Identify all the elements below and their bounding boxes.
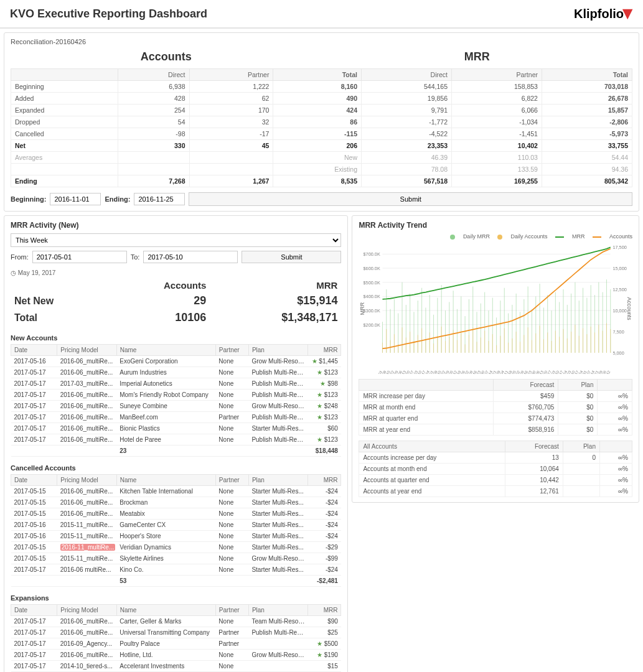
svg-text:10,000: 10,000: [613, 308, 627, 314]
from-input[interactable]: [32, 251, 127, 263]
ending-input[interactable]: [134, 193, 185, 205]
activity-title: MRR Activity (New): [11, 221, 341, 230]
svg-text:$700.0K: $700.0K: [364, 251, 381, 257]
summary-table: AccountsMRRNet New29$15,914Total10106$1,…: [11, 278, 341, 327]
activity-submit-button[interactable]: Submit: [242, 251, 341, 263]
reconciliation-table: DirectPartnerTotalDirectPartnerTotalBegi…: [11, 68, 632, 187]
svg-text:7,500: 7,500: [613, 329, 624, 335]
as-of-date: May 19, 2017: [11, 269, 341, 276]
brand-logo: Klipfolio▶: [574, 6, 633, 21]
cancelled-accounts-heading: Cancelled Accounts: [11, 464, 341, 472]
new-accounts-heading: New Accounts: [11, 334, 341, 342]
expansions-table: DatePricing ModelNamePartnerPlanMRR2017-…: [11, 604, 341, 672]
svg-text:$300.0K: $300.0K: [364, 308, 381, 314]
svg-text:Accounts: Accounts: [627, 297, 632, 320]
beginning-input[interactable]: [50, 193, 101, 205]
svg-text:$500.0K: $500.0K: [364, 279, 381, 285]
to-input[interactable]: [143, 251, 238, 263]
trend-chart: $200.0K$300.0K$400.0K$500.0K$600.0K$700.…: [359, 243, 632, 374]
top-bar: KVO Executive Reporting Dashboard Klipfo…: [0, 0, 643, 29]
beginning-label: Beginning:: [11, 195, 46, 203]
svg-text:5,000: 5,000: [613, 350, 624, 356]
svg-text:$200.0K: $200.0K: [364, 322, 381, 327]
accounts-heading: Accounts: [11, 48, 322, 68]
new-accounts-table: DatePricing ModelNamePartnerPlanMRR2017-…: [11, 344, 341, 457]
svg-text:MRR: MRR: [360, 302, 366, 315]
mrr-heading: MRR: [322, 48, 633, 68]
mrr-activity-panel: MRR Activity (New) This Week From: To: S…: [4, 215, 348, 672]
trend-panel: MRR Activity Trend Daily MRR Daily Accou…: [352, 215, 639, 503]
chart-legend: Daily MRR Daily Accounts MRR Accounts: [359, 233, 632, 240]
svg-text:12,500: 12,500: [613, 287, 627, 292]
to-label: To:: [131, 253, 140, 261]
forecast-mrr-table: ForecastPlanMRR increase per day$459$0∞%…: [359, 379, 632, 436]
ending-label: Ending:: [105, 195, 130, 203]
svg-text:$600.0K: $600.0K: [364, 266, 381, 271]
reconciliation-panel: Reconciliation-20160426 Accounts MRR Dir…: [4, 32, 639, 212]
reconciliation-subtitle: Reconciliation-20160426: [11, 38, 632, 45]
cancelled-accounts-table: DatePricing ModelNamePartnerPlanMRR2017-…: [11, 474, 341, 587]
trend-title: MRR Activity Trend: [359, 221, 632, 230]
svg-text:17,500: 17,500: [613, 245, 627, 250]
page-title: KVO Executive Reporting Dashboard: [10, 7, 207, 21]
svg-text:$400.0K: $400.0K: [364, 294, 381, 299]
reconciliation-submit-button[interactable]: Submit: [189, 192, 632, 206]
range-select[interactable]: This Week: [11, 233, 341, 247]
forecast-accounts-table: All AccountsForecastPlanAccounts increas…: [359, 441, 632, 497]
from-label: From:: [11, 253, 29, 261]
expansions-heading: Expansions: [11, 594, 341, 602]
svg-text:15,000: 15,000: [613, 266, 627, 271]
